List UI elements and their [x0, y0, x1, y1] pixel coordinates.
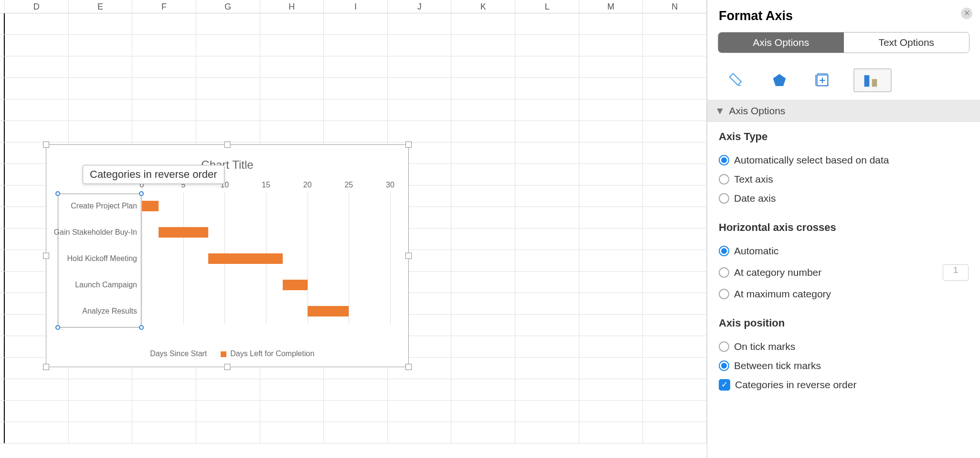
cell[interactable] [132, 422, 196, 443]
cell[interactable] [451, 315, 515, 336]
cell[interactable] [579, 315, 643, 336]
chart-legend[interactable]: Days Since Start Days Left for Completio… [46, 349, 408, 358]
size-properties-icon[interactable] [810, 68, 834, 92]
cell[interactable] [5, 121, 69, 142]
axis-handle[interactable] [139, 325, 144, 330]
cell[interactable] [132, 99, 196, 120]
cell[interactable] [515, 142, 579, 164]
cell[interactable] [388, 13, 452, 34]
cell[interactable] [643, 35, 707, 56]
cell[interactable] [643, 121, 707, 142]
cell[interactable] [196, 35, 260, 56]
radio-crosses-at-max[interactable]: At maximum category [719, 284, 969, 304]
cell[interactable] [260, 401, 324, 422]
cell[interactable] [69, 13, 133, 34]
cell[interactable] [388, 78, 452, 99]
cell[interactable] [324, 56, 388, 77]
resize-handle[interactable] [405, 253, 412, 259]
cell[interactable] [5, 13, 69, 34]
cell[interactable] [579, 358, 643, 379]
resize-handle[interactable] [405, 142, 412, 148]
cell[interactable] [69, 99, 133, 120]
data-bar[interactable] [283, 280, 308, 290]
cell[interactable] [643, 336, 707, 357]
cell[interactable] [388, 99, 452, 120]
col-header-j[interactable]: J [388, 0, 452, 13]
cell[interactable] [451, 99, 515, 120]
cell[interactable] [451, 229, 515, 250]
axis-handle[interactable] [55, 325, 60, 330]
cell[interactable] [388, 422, 452, 443]
cell[interactable] [132, 401, 196, 422]
cell[interactable] [260, 379, 324, 400]
cell[interactable] [69, 56, 133, 77]
cell[interactable] [579, 121, 643, 142]
resize-handle[interactable] [224, 142, 231, 148]
cell[interactable] [388, 35, 452, 56]
col-header-l[interactable]: L [515, 0, 579, 13]
cell[interactable] [643, 142, 707, 164]
data-bar[interactable] [142, 201, 159, 211]
cell[interactable] [69, 422, 133, 443]
grid-row[interactable] [0, 78, 707, 99]
cell[interactable] [132, 56, 196, 77]
cell[interactable] [515, 358, 579, 379]
cell[interactable] [515, 315, 579, 336]
cell[interactable] [515, 121, 579, 142]
cell[interactable] [579, 422, 643, 443]
cell[interactable] [5, 78, 69, 99]
cell[interactable] [196, 99, 260, 120]
cell[interactable] [260, 78, 324, 99]
cell[interactable] [579, 336, 643, 357]
cell[interactable] [324, 401, 388, 422]
cell[interactable] [579, 293, 643, 314]
cell[interactable] [5, 379, 69, 400]
cell[interactable] [132, 121, 196, 142]
cell[interactable] [451, 293, 515, 314]
cell[interactable] [579, 56, 643, 77]
resize-handle[interactable] [405, 364, 412, 370]
cell[interactable] [196, 78, 260, 99]
col-header-m[interactable]: M [579, 0, 643, 13]
cell[interactable] [579, 13, 643, 34]
cell[interactable] [515, 401, 579, 422]
data-bar[interactable] [308, 306, 349, 316]
cell[interactable] [579, 185, 643, 207]
tab-text-options[interactable]: Text Options [844, 33, 969, 53]
cell[interactable] [515, 164, 579, 185]
cell[interactable] [515, 272, 579, 293]
col-header-d[interactable]: D [5, 0, 69, 13]
cell[interactable] [515, 78, 579, 99]
radio-crosses-auto[interactable]: Automatic [719, 241, 969, 261]
cell[interactable] [324, 35, 388, 56]
grid-row[interactable] [0, 401, 707, 422]
close-icon[interactable]: ✕ [961, 8, 972, 19]
cell[interactable] [515, 422, 579, 443]
cell[interactable] [451, 142, 515, 164]
grid-row[interactable] [0, 379, 707, 401]
cell[interactable] [579, 229, 643, 250]
cell[interactable] [324, 121, 388, 142]
cell[interactable] [5, 35, 69, 56]
cell[interactable] [260, 35, 324, 56]
cell[interactable] [260, 56, 324, 77]
cell[interactable] [388, 56, 452, 77]
cell[interactable] [5, 99, 69, 120]
cell[interactable] [451, 78, 515, 99]
cell[interactable] [196, 379, 260, 400]
cell[interactable] [132, 35, 196, 56]
cell[interactable] [579, 379, 643, 400]
cell[interactable] [579, 272, 643, 293]
cell[interactable] [643, 229, 707, 250]
cell[interactable] [643, 250, 707, 271]
cell[interactable] [643, 164, 707, 185]
cell[interactable] [451, 13, 515, 34]
grid-row[interactable] [0, 121, 707, 142]
cell[interactable] [643, 99, 707, 120]
plot-area[interactable]: Create Project PlanGain Stakeholder Buy-… [142, 193, 390, 324]
cell[interactable] [260, 13, 324, 34]
cell[interactable] [5, 422, 69, 443]
col-header-n[interactable]: N [643, 0, 707, 13]
col-header-e[interactable]: E [69, 0, 133, 13]
cell[interactable] [515, 35, 579, 56]
